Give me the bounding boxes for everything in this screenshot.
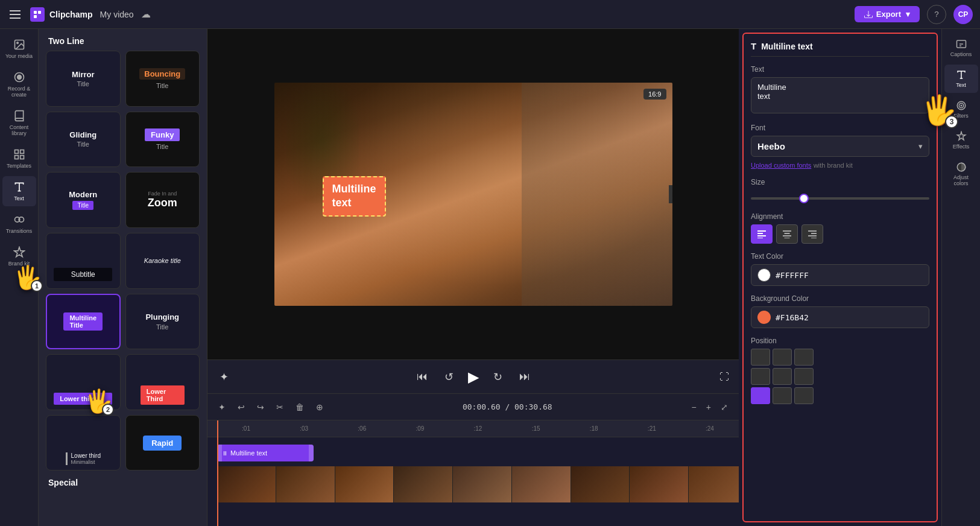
magic-button[interactable]: ✦: [217, 368, 231, 386]
svg-rect-8: [20, 150, 24, 154]
upload-custom-fonts-link[interactable]: Upload custom fonts: [751, 162, 811, 169]
bg-color-hex: #F16B42: [776, 313, 809, 322]
sidebar-item-text[interactable]: Text: [2, 176, 36, 206]
clip-handle-right[interactable]: [309, 445, 314, 461]
next-frame-button[interactable]: ⏭: [517, 368, 533, 385]
film-frame: [512, 466, 571, 502]
zoom-out-button[interactable]: −: [688, 400, 700, 414]
play-button[interactable]: ▶: [468, 369, 479, 385]
multiline-text-overlay[interactable]: Multilinetext: [323, 176, 386, 217]
topbar: Clipchamp My video ☁ Export ▾ ? CP: [0, 0, 980, 29]
text-color-label: Text Color: [751, 252, 929, 261]
prev-frame-button[interactable]: ⏮: [414, 368, 430, 385]
film-frame: [394, 466, 453, 502]
text-item-subtitle[interactable]: Subtitle: [46, 233, 121, 289]
magic-wand-button[interactable]: ✦: [215, 400, 229, 414]
sidebar-item-record[interactable]: Record &create: [2, 66, 36, 103]
sidebar-item-templates[interactable]: Templates: [2, 144, 36, 174]
size-slider[interactable]: [751, 197, 929, 200]
karaoke-label: Karaoke title: [144, 257, 181, 264]
svg-rect-14: [757, 233, 763, 234]
app-logo: Clipchamp: [30, 7, 93, 22]
right-sidebar-text[interactable]: Text: [944, 65, 978, 93]
svg-rect-20: [785, 238, 790, 238]
align-left-button[interactable]: [751, 224, 773, 244]
modern-title-line1: Modern: [69, 190, 97, 199]
text-item-funky-title[interactable]: Funky Title: [125, 112, 200, 168]
sidebar-item-content-library[interactable]: Contentlibrary: [2, 105, 36, 141]
pos-mid-left[interactable]: [751, 368, 770, 385]
pos-bot-right[interactable]: [794, 387, 814, 404]
fullscreen-button[interactable]: ⛶: [719, 372, 729, 382]
pos-bot-center[interactable]: [773, 387, 792, 404]
right-sidebar-captions[interactable]: Captions: [944, 34, 978, 62]
export-button[interactable]: Export ▾: [855, 6, 920, 22]
text-item-multiline-title[interactable]: MultilineTitle: [46, 294, 121, 350]
svg-rect-18: [785, 233, 790, 234]
text-clip-multiline[interactable]: ⏸ Multiline text: [217, 445, 314, 461]
align-right-button[interactable]: [801, 224, 823, 244]
modern-title-line2: Title: [72, 201, 93, 210]
alignment-label: Alignment: [751, 212, 929, 221]
text-item-bouncing-title[interactable]: Bouncing Title: [125, 51, 200, 107]
cut-button[interactable]: ✂: [273, 400, 287, 414]
text-item-rapid[interactable]: Rapid: [125, 415, 200, 471]
pos-mid-right[interactable]: [794, 368, 814, 385]
help-button[interactable]: ?: [927, 5, 946, 24]
pos-bot-left[interactable]: [751, 387, 770, 404]
zoom-in-button[interactable]: +: [703, 400, 715, 414]
text-item-lower-third-blue[interactable]: Lower third: [46, 354, 121, 410]
rewind-button[interactable]: ↺: [442, 368, 456, 386]
text-input[interactable]: Multiline text: [751, 77, 929, 113]
stamp-button[interactable]: ⊕: [312, 400, 327, 414]
hamburger-menu[interactable]: [7, 8, 23, 21]
svg-rect-16: [757, 238, 763, 238]
text-item-modern-title[interactable]: Modern Title: [46, 172, 121, 228]
video-filmstrip[interactable]: [217, 466, 739, 502]
section-special: Special: [39, 471, 207, 490]
video-track-row: [217, 466, 739, 505]
sidebar-item-your-media[interactable]: Your media: [2, 34, 36, 64]
text-item-plunging-title[interactable]: Plunging Title: [125, 294, 200, 350]
mirror-title-line2: Title: [77, 80, 89, 87]
lower-third-min-label: Lower third Minimalist: [66, 452, 101, 465]
right-sidebar-effects[interactable]: Effects: [944, 126, 978, 154]
redo-button[interactable]: ↪: [253, 400, 268, 414]
ruler-marks: :01 :03 :06 :09 :12 :15 :18 :21 :24: [217, 425, 739, 432]
text-item-lower-third-min[interactable]: Lower third Minimalist: [46, 415, 121, 471]
collapse-arrow[interactable]: ❯: [669, 185, 672, 203]
text-item-zoom[interactable]: Fade In and Zoom: [125, 172, 200, 228]
font-name: Heebo: [757, 141, 785, 151]
pos-mid-center[interactable]: [773, 368, 792, 385]
text-item-karaoke[interactable]: Karaoke title: [125, 233, 200, 289]
text-color-swatch[interactable]: #FFFFFF: [751, 264, 929, 286]
gliding-title-line1: Gliding: [69, 130, 96, 139]
font-section: Font Heebo ▾ Upload custom fonts with br…: [751, 124, 929, 170]
text-item-lower-third-red[interactable]: LowerThird: [125, 354, 200, 410]
zoom-title: Zoom: [148, 197, 177, 209]
sidebar-item-brand-kit[interactable]: Brand kit: [2, 241, 36, 271]
video-title[interactable]: My video: [100, 10, 134, 19]
avatar[interactable]: CP: [953, 5, 973, 24]
font-selector[interactable]: Heebo ▾: [751, 136, 929, 157]
right-sidebar-filters[interactable]: Filters: [944, 95, 978, 124]
undo-button[interactable]: ↩: [234, 400, 248, 414]
text-item-gliding-title[interactable]: Gliding Title: [46, 112, 121, 168]
plunging-title-line1: Plunging: [145, 312, 179, 322]
pos-top-center[interactable]: [773, 349, 792, 366]
video-controls: ✦ ⏮ ↺ ▶ ↻ ⏭ ⛶: [207, 360, 739, 393]
pos-top-left[interactable]: [751, 349, 770, 366]
forward-button[interactable]: ↻: [491, 368, 505, 386]
bg-color-label: Background Color: [751, 294, 929, 303]
pos-top-right[interactable]: [794, 349, 814, 366]
right-sidebar-adjust[interactable]: Adjustcolors: [944, 157, 978, 191]
sidebar-item-transitions[interactable]: Transitions: [2, 209, 36, 239]
text-track-clips: ⏸ Multiline text: [217, 442, 739, 464]
fit-button[interactable]: ⤢: [717, 400, 732, 414]
delete-button[interactable]: 🗑: [292, 400, 308, 414]
bg-color-section: Background Color #F16B42: [751, 294, 929, 328]
align-center-button[interactable]: [776, 224, 798, 244]
text-item-mirror-title[interactable]: Mirror Title: [46, 51, 121, 107]
bg-color-swatch[interactable]: #F16B42: [751, 306, 929, 328]
video-container: Multilinetext 16:9 ❯: [207, 29, 739, 360]
